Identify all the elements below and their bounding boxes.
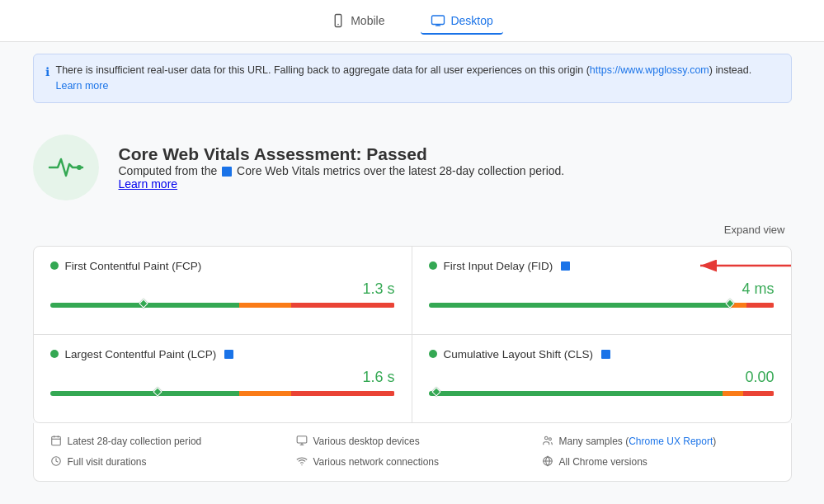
assessment-icon-wrap (33, 134, 99, 200)
metric-card-fcp: First Contentful Paint (FCP) 1.3 s (34, 247, 412, 335)
footer-item-collection-period: Latest 28-day collection period (50, 435, 283, 449)
assessment-section: Core Web Vitals Assessment: Passed Compu… (33, 115, 792, 217)
marker-cls (431, 387, 440, 396)
metric-card-lcp: Largest Contentful Paint (LCP) 1.6 s (34, 335, 412, 422)
svg-rect-2 (432, 16, 445, 25)
assessment-status: Passed (366, 144, 427, 163)
progress-bar-cls (429, 391, 775, 396)
expand-view-button[interactable]: Expand view (718, 220, 792, 239)
footer-item-devices: Various desktop devices (296, 435, 529, 449)
tabs-bar: Mobile Desktop (0, 0, 824, 42)
tab-mobile-label: Mobile (351, 14, 384, 27)
globe-icon (542, 455, 553, 469)
cls-badge-icon (601, 350, 610, 359)
info-banner: ℹ There is insufficient real-user data f… (33, 54, 792, 103)
footer-item-chrome-versions: All Chrome versions (542, 455, 775, 469)
tab-desktop[interactable]: Desktop (421, 8, 502, 35)
footer-item-visit-duration: Full visit durations (50, 455, 283, 469)
metric-dot-lcp (50, 350, 59, 358)
banner-text: There is insufficient real-user data for… (56, 63, 779, 94)
progress-bar-fcp (50, 303, 395, 308)
footer-samples-text: Many samples (Chrome UX Report) (559, 436, 717, 447)
mobile-icon (331, 13, 346, 28)
marker-fid (725, 299, 734, 308)
banner-origin-link[interactable]: https://www.wpglossy.com (590, 64, 709, 76)
metric-title-lcp: Largest Contentful Paint (LCP) (65, 348, 217, 360)
footer-item-network: Various network connections (296, 455, 529, 469)
expand-view-row: Expand view (33, 217, 792, 246)
monitor-icon (296, 435, 308, 449)
metric-value-fcp: 1.3 s (50, 280, 395, 298)
wifi-icon (296, 455, 308, 469)
fid-badge-icon (561, 261, 570, 271)
svg-point-18 (301, 464, 302, 465)
footer-chrome-versions-text: All Chrome versions (559, 456, 647, 468)
metric-title-fid: First Input Delay (FID) (444, 260, 553, 272)
metric-title-fcp: First Contentful Paint (FCP) (65, 260, 202, 272)
metric-card-cls: Cumulative Layout Shift (CLS) 0.00 (412, 335, 791, 422)
svg-point-1 (337, 24, 339, 26)
metric-card-fid: First Input Delay (FID) 4 ms (412, 247, 791, 335)
metric-dot-fid (429, 261, 437, 270)
assessment-text: Core Web Vitals Assessment: Passed Compu… (119, 144, 565, 191)
red-arrow-annotation (692, 253, 792, 278)
metric-value-cls: 0.00 (429, 369, 775, 386)
metrics-footer: Latest 28-day collection period Various … (33, 423, 792, 482)
metric-dot-fcp (50, 261, 59, 270)
info-icon: ℹ (45, 64, 49, 81)
clock-icon (50, 455, 62, 469)
desktop-icon (431, 13, 445, 28)
svg-point-15 (544, 436, 548, 440)
lcp-badge-icon (224, 350, 233, 359)
metric-value-lcp: 1.6 s (50, 369, 395, 386)
people-icon (542, 435, 553, 449)
footer-item-samples: Many samples (Chrome UX Report) (542, 435, 775, 449)
metric-header-lcp: Largest Contentful Paint (LCP) (50, 348, 395, 360)
metric-header-cls: Cumulative Layout Shift (CLS) (429, 348, 775, 360)
metric-value-fid: 4 ms (429, 280, 775, 298)
metric-header-fid: First Input Delay (FID) (429, 260, 775, 272)
footer-network-text: Various network connections (313, 456, 440, 468)
metric-dot-cls (429, 350, 437, 358)
assessment-title: Core Web Vitals Assessment: Passed (119, 144, 565, 164)
chrome-ux-report-link[interactable]: Chrome UX Report (629, 436, 713, 447)
assessment-description: Computed from the Core Web Vitals metric… (119, 164, 565, 177)
progress-bar-fid (429, 303, 775, 308)
marker-fcp (139, 299, 148, 308)
calendar-icon (50, 435, 62, 449)
heartbeat-icon (46, 148, 86, 187)
svg-point-16 (549, 437, 551, 440)
footer-collection-period-text: Latest 28-day collection period (68, 436, 202, 447)
footer-visit-duration-text: Full visit durations (68, 456, 147, 468)
svg-point-5 (77, 165, 82, 170)
marker-lcp (153, 387, 162, 396)
banner-learn-more-link[interactable]: Learn more (56, 80, 109, 92)
metric-title-cls: Cumulative Layout Shift (CLS) (444, 348, 594, 360)
tab-desktop-label: Desktop (450, 14, 492, 27)
svg-rect-8 (51, 436, 60, 445)
metrics-grid: First Contentful Paint (FCP) 1.3 s First… (33, 246, 792, 423)
tab-mobile[interactable]: Mobile (321, 8, 394, 35)
metric-header-fcp: First Contentful Paint (FCP) (50, 260, 395, 272)
svg-rect-12 (297, 436, 307, 442)
cwv-badge-icon (222, 167, 232, 177)
assessment-learn-more-link[interactable]: Learn more (119, 177, 178, 191)
footer-devices-text: Various desktop devices (313, 436, 420, 447)
progress-bar-lcp (50, 391, 395, 396)
